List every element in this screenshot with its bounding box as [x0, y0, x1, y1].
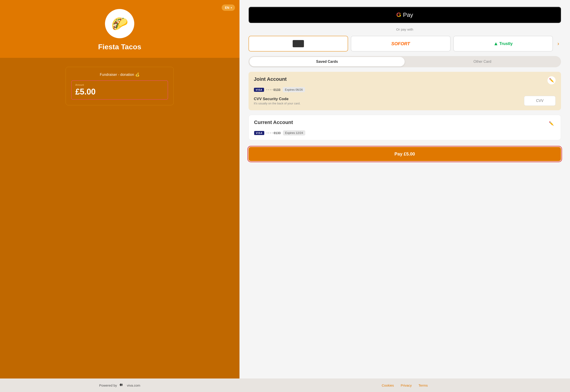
cvv-input[interactable]: [524, 96, 555, 106]
sofort-payment-method[interactable]: SOFORT: [351, 36, 450, 52]
joint-account-card: Joint Account ✏️ VISA · · · · 0133 Expir…: [249, 72, 561, 110]
footer-links: Cookies Privacy Terms: [240, 383, 570, 387]
left-panel: EN ▾ 🌮 Fiesta Tacos Fundraiser - donatio…: [0, 0, 240, 378]
language-selector[interactable]: EN ▾: [222, 4, 235, 11]
right-panel: G Pay Or pay with SOFORT ▲ Trustly › Sav…: [240, 0, 570, 378]
restaurant-logo: 🌮: [105, 9, 134, 38]
trustly-icon: ▲: [493, 41, 498, 47]
current-card-expires: Expires 12/24: [283, 130, 305, 136]
joint-visa-badge: VISA: [254, 88, 264, 92]
powered-by-text: Powered by: [99, 383, 117, 387]
chevron-down-icon: ▾: [231, 7, 232, 9]
amount-field[interactable]: Amount £5.00: [71, 80, 168, 100]
more-methods-button[interactable]: ›: [555, 39, 561, 49]
amount-label: Amount: [75, 84, 164, 86]
taco-icon: 🌮: [111, 16, 128, 32]
current-card-header: Current Account ✏️: [254, 119, 555, 127]
google-pay-button[interactable]: G Pay: [249, 7, 561, 23]
google-g-icon: G: [396, 11, 401, 18]
current-card-edit-button[interactable]: ✏️: [547, 119, 555, 127]
restaurant-name: Fiesta Tacos: [98, 43, 141, 51]
terms-link[interactable]: Terms: [419, 383, 428, 387]
joint-card-dots: · · · · 0133: [266, 88, 280, 92]
left-top-section: EN ▾ 🌮 Fiesta Tacos: [0, 0, 240, 58]
current-visa-badge: VISA: [254, 131, 265, 135]
trustly-payment-method[interactable]: ▲ Trustly: [453, 36, 553, 52]
tab-other-card[interactable]: Other Card: [405, 57, 560, 66]
sofort-label: SOFORT: [391, 41, 410, 46]
current-card-dots: · · · · 0133: [267, 131, 281, 135]
cookies-link[interactable]: Cookies: [382, 383, 394, 387]
or-pay-with-text: Or pay with: [249, 28, 561, 31]
pay-button[interactable]: Pay £5.00: [249, 147, 561, 161]
current-card-info: VISA · · · · 0133 Expires 12/24: [254, 130, 555, 136]
payment-methods-row: SOFORT ▲ Trustly ›: [249, 36, 561, 52]
donation-card: Fundraiser - donation 💰 Amount £5.00: [66, 67, 174, 105]
tab-saved-cards[interactable]: Saved Cards: [249, 57, 405, 66]
privacy-link[interactable]: Privacy: [401, 383, 412, 387]
trustly-label: Trustly: [499, 42, 512, 46]
joint-card-expires: Expires 06/26: [283, 87, 305, 92]
footer-branding: Powered by viva.com: [0, 383, 240, 388]
joint-card-info: VISA · · · · 0133 Expires 06/26: [254, 87, 555, 92]
cvv-title: CVV Security Code: [254, 97, 300, 101]
card-tabs: Saved Cards Other Card: [249, 56, 561, 67]
current-card-name: Current Account: [254, 119, 293, 125]
card-icon: [293, 40, 304, 47]
cvv-section: CVV Security Code It's usually on the ba…: [254, 96, 555, 106]
donation-title: Fundraiser - donation 💰: [71, 72, 168, 77]
footer: Powered by viva.com Cookies Privacy Term…: [0, 378, 570, 392]
joint-card-header: Joint Account ✏️: [254, 76, 555, 84]
brand-name: viva.com: [127, 383, 140, 387]
trustly-logo: ▲ Trustly: [493, 41, 512, 47]
card-payment-method[interactable]: [249, 36, 348, 52]
current-account-card: Current Account ✏️ VISA · · · · 0133 Exp…: [249, 115, 561, 140]
left-bottom-section: Fundraiser - donation 💰 Amount £5.00: [0, 58, 240, 378]
cvv-subtitle: It's usually on the back of your card.: [254, 102, 300, 105]
gpay-label: Pay: [403, 12, 413, 18]
joint-card-edit-button[interactable]: ✏️: [547, 76, 555, 84]
cvv-label-area: CVV Security Code It's usually on the ba…: [254, 97, 300, 105]
viva-logo-icon: [119, 383, 125, 388]
lang-label: EN: [225, 6, 229, 9]
amount-value: £5.00: [75, 87, 164, 97]
joint-card-name: Joint Account: [254, 76, 287, 82]
